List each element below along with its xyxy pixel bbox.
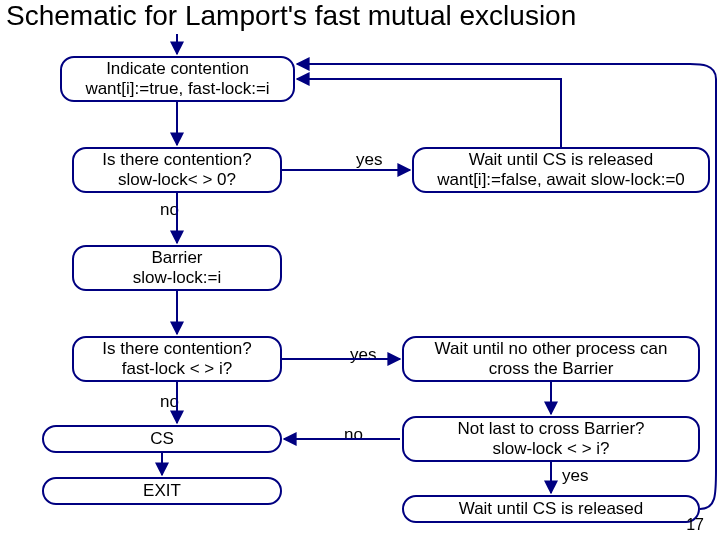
node-wait-cs-released-2: Wait until CS is released — [402, 495, 700, 523]
node-text: slow-lock< > 0? — [102, 170, 251, 190]
node-text: fast-lock < > i? — [102, 359, 251, 379]
label-yes-1: yes — [356, 150, 382, 170]
label-no-3: no — [344, 425, 363, 445]
node-not-last-barrier: Not last to cross Barrier? slow-lock < >… — [402, 416, 700, 462]
node-text: EXIT — [143, 481, 181, 501]
node-indicate-contention: Indicate contention want[i]:=true, fast-… — [60, 56, 295, 102]
label-no-1: no — [160, 200, 179, 220]
node-text: slow-lock:=i — [133, 268, 221, 288]
node-text: Wait until CS is released — [459, 499, 644, 519]
node-text: Barrier — [133, 248, 221, 268]
node-check-contention-1: Is there contention? slow-lock< > 0? — [72, 147, 282, 193]
node-exit: EXIT — [42, 477, 282, 505]
node-text: Is there contention? — [102, 150, 251, 170]
node-text: Wait until CS is released — [437, 150, 685, 170]
node-wait-cs-released-1: Wait until CS is released want[i]:=false… — [412, 147, 710, 193]
node-cs: CS — [42, 425, 282, 453]
node-text: slow-lock < > i? — [457, 439, 644, 459]
node-text: want[i]:=false, await slow-lock:=0 — [437, 170, 685, 190]
node-text: Not last to cross Barrier? — [457, 419, 644, 439]
node-check-contention-2: Is there contention? fast-lock < > i? — [72, 336, 282, 382]
node-text: CS — [150, 429, 174, 449]
diagram-title: Schematic for Lamport's fast mutual excl… — [6, 0, 576, 32]
node-text: cross the Barrier — [435, 359, 668, 379]
page-number: 17 — [686, 516, 704, 534]
node-barrier: Barrier slow-lock:=i — [72, 245, 282, 291]
node-text: Indicate contention — [85, 59, 269, 79]
label-yes-3: yes — [562, 466, 588, 486]
node-text: Wait until no other process can — [435, 339, 668, 359]
label-no-2: no — [160, 392, 179, 412]
node-wait-barrier: Wait until no other process can cross th… — [402, 336, 700, 382]
node-text: want[i]:=true, fast-lock:=i — [85, 79, 269, 99]
node-text: Is there contention? — [102, 339, 251, 359]
label-yes-2: yes — [350, 345, 376, 365]
